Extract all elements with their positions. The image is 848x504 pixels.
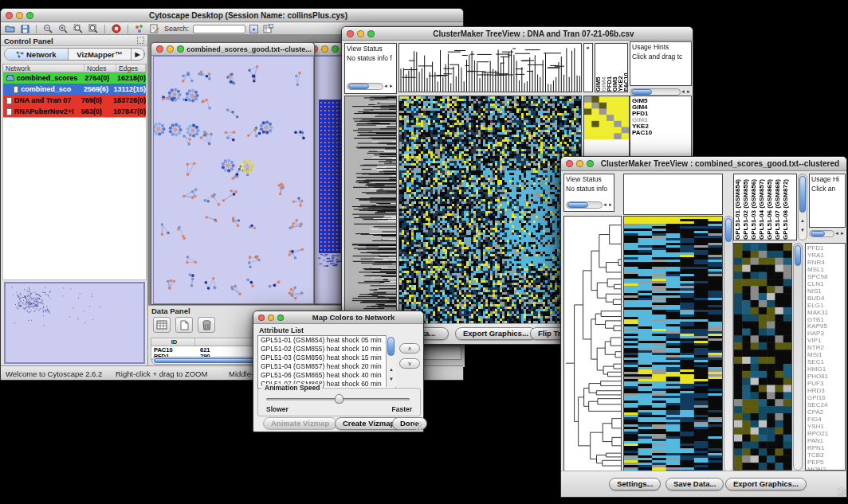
tv2-hints-scrollbar[interactable]: ◄►	[809, 229, 846, 239]
search-dropdown-icon[interactable]: ▾	[249, 25, 258, 33]
minimize-icon[interactable]	[268, 315, 274, 321]
zoom-window-icon[interactable]	[177, 45, 184, 53]
tv2-zoom-heatmap[interactable]	[733, 243, 792, 471]
network1-titlebar[interactable]: combined_scores_good.txt--cluste...	[151, 43, 314, 56]
column-label[interactable]: GPL51-03 (GSM856)	[750, 176, 758, 240]
network1-view[interactable]	[154, 57, 313, 303]
treeview2-titlebar[interactable]: ClusterMaker TreeView : combined_scores_…	[561, 157, 846, 171]
dialog-titlebar[interactable]: Map Colors to Network	[253, 311, 423, 324]
tv1-column-dendrogram[interactable]	[398, 43, 582, 92]
tv2-gene-scrollbar[interactable]	[793, 243, 803, 471]
speed-slider-thumb[interactable]	[335, 394, 344, 404]
map-colors-dialog: Map Colors to Network Attribute List GPL…	[253, 311, 424, 432]
export-graphics-button[interactable]: Export Graphics...	[455, 327, 536, 340]
attribute-list-item[interactable]: GPL51-06 (GSM865) heat shock 40 min	[258, 371, 395, 380]
minimize-icon[interactable]	[357, 30, 364, 37]
resize-grip[interactable]	[414, 422, 422, 431]
row-label[interactable]: PAC10	[630, 130, 691, 136]
network-item-edges: 107847(0)	[113, 107, 146, 115]
search-input[interactable]	[193, 25, 245, 33]
tv1-row-dendrogram[interactable]	[344, 96, 397, 325]
tab-overflow-arrow-icon[interactable]: ▶	[132, 49, 144, 60]
zoom-window-icon[interactable]	[332, 45, 339, 53]
column-label[interactable]: GPL51-04 (GSM857)	[758, 176, 766, 240]
export-graphics-button[interactable]: Export Graphics...	[725, 478, 807, 490]
attribute-list-scrollbar[interactable]: ▲ ▼	[386, 335, 396, 387]
resize-grip[interactable]	[837, 487, 846, 496]
tv2-row-dendrogram[interactable]	[563, 216, 622, 472]
zoom-fit-icon[interactable]	[88, 24, 99, 33]
save-icon[interactable]	[19, 24, 30, 33]
float-panel-icon[interactable]	[137, 37, 144, 44]
tv2-collabel-scrollbar[interactable]: ▲ ▼	[798, 174, 807, 240]
tv1-status-scrollbar[interactable]: ◄►	[347, 82, 395, 92]
settings-button[interactable]: Settings...	[609, 478, 661, 490]
help-lifering-icon[interactable]	[111, 24, 122, 33]
open-folder-icon[interactable]	[4, 24, 15, 33]
new-attribute-icon[interactable]	[175, 317, 193, 333]
tv2-column-dendrogram[interactable]	[623, 174, 723, 215]
column-label[interactable]: GPL51-02 (GSM855)	[742, 176, 750, 240]
save-data-button[interactable]: Save Data...	[665, 478, 724, 490]
column-label[interactable]: GPL51-08 (GSM872)	[782, 176, 790, 240]
zoom-in-icon[interactable]	[57, 24, 69, 33]
tv1-zoom-heatmap[interactable]	[584, 96, 629, 139]
zoom-window-icon[interactable]	[367, 30, 375, 37]
tv1-heatmap[interactable]	[398, 96, 582, 325]
attribute-list-item[interactable]: GPL51-04 (GSM857) heat shock 20 min	[258, 362, 395, 371]
network-item-icon	[14, 86, 18, 93]
tv2-usage-hints-text: Click an	[810, 184, 845, 193]
column-label[interactable]: PAC10	[623, 45, 628, 92]
tv1-usage-hints-title: Usage Hints	[630, 42, 691, 52]
birdseye-view[interactable]	[4, 282, 145, 364]
network-list-item[interactable]: DNA and Tran 07 769(0) 183728(0)	[3, 95, 146, 106]
tab-network[interactable]: Network	[5, 49, 69, 60]
minimize-icon[interactable]	[321, 45, 328, 53]
zoom-window-icon[interactable]	[587, 160, 594, 167]
network-list-item[interactable]: combined_scores 2764(0) 16218(0)	[3, 72, 146, 84]
close-icon[interactable]	[6, 12, 13, 19]
tv2-usage-hints-title: Usage Hi	[810, 174, 845, 184]
close-icon[interactable]	[347, 30, 354, 37]
tv2-heatmap-scrollbar[interactable]	[724, 216, 733, 472]
tv1-dendrogram-scroll-strip[interactable]: ◄	[583, 43, 593, 92]
zoom-window-icon[interactable]	[277, 315, 284, 321]
vizmap-icon[interactable]	[134, 24, 145, 33]
attribute-list-item[interactable]: GPL51-01 (GSM854) heat shock 05 min	[258, 336, 395, 345]
main-titlebar[interactable]: Cytoscape Desktop (Session Name: collins…	[1, 9, 463, 22]
data-panel-title: Data Panel	[151, 307, 190, 315]
minimize-icon[interactable]	[167, 45, 174, 53]
move-up-button[interactable]: ∧	[399, 343, 420, 354]
delete-attribute-trash-icon[interactable]	[198, 317, 215, 333]
tv2-status-scrollbar[interactable]: ◄►	[566, 201, 614, 210]
tv2-button-bar: Settings... Save Data... Export Graphics…	[561, 471, 846, 497]
tab-vizmapper[interactable]: VizMapper™	[69, 49, 132, 60]
attribute-list-label: Attribute List	[259, 326, 304, 334]
network-list-item[interactable]: RNAPuberNov2+I 563(0) 107847(0)	[3, 106, 146, 117]
close-icon[interactable]	[156, 45, 163, 53]
network-list-item[interactable]: combined_sco 2569(6) 13112(15)	[3, 84, 146, 95]
import-table-icon[interactable]	[262, 24, 273, 33]
close-icon[interactable]	[258, 315, 265, 321]
column-label[interactable]: GPL51-07 (GSM868)	[774, 176, 782, 240]
zoom-selected-icon[interactable]	[73, 24, 84, 33]
tv2-view-status-title: View Status	[564, 174, 614, 184]
animate-vizmap-button[interactable]: Animate Vizmap	[263, 417, 337, 430]
column-label[interactable]: GPL51-01 (GSM854)	[734, 176, 742, 240]
zoom-window-icon[interactable]	[26, 12, 33, 19]
treeview1-titlebar[interactable]: ClusterMaker TreeView : DNA and Tran 07-…	[342, 27, 693, 41]
move-down-button[interactable]: ∨	[399, 358, 420, 369]
minimize-icon[interactable]	[16, 12, 23, 19]
tv2-heatmap[interactable]	[623, 216, 723, 472]
column-label[interactable]: GPL51-06 (GSM865)	[766, 176, 774, 240]
annotation-icon[interactable]	[149, 24, 160, 33]
zoom-out-icon[interactable]	[42, 24, 53, 33]
close-icon[interactable]	[566, 160, 573, 167]
control-panel-tabs: Network VizMapper™ ▶	[4, 48, 145, 61]
minimize-icon[interactable]	[576, 160, 583, 167]
attribute-table-icon[interactable]	[153, 317, 171, 333]
scroll-arrows-icon: ◄►	[383, 84, 395, 88]
attribute-list-item[interactable]: GPL51-03 (GSM856) heat shock 15 min	[258, 354, 395, 362]
speed-slider[interactable]	[266, 398, 410, 400]
attribute-list-item[interactable]: GPL51-02 (GSM855) heat shock 10 min	[258, 345, 395, 354]
